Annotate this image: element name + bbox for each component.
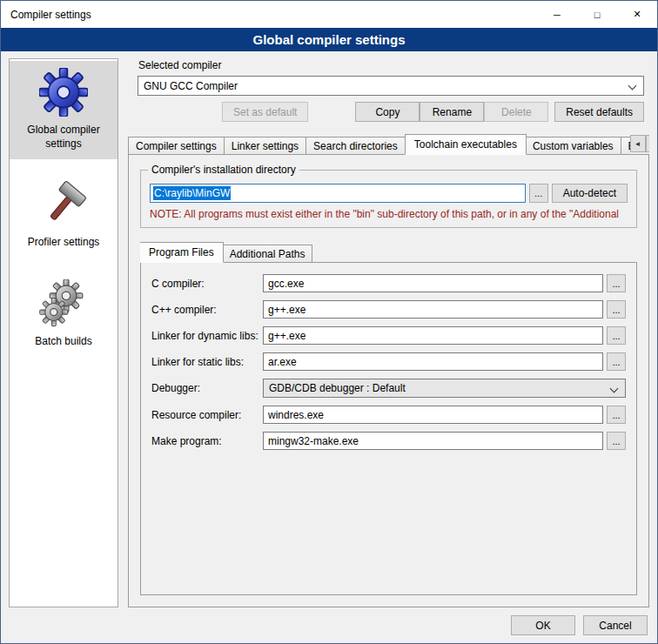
static-linker-label: Linker for static libs:	[151, 356, 263, 368]
debugger-row: Debugger: GDB/CDB debugger : Default	[151, 379, 626, 398]
ok-button[interactable]: OK	[511, 615, 575, 635]
subtab-program-files[interactable]: Program Files	[140, 242, 224, 263]
resource-compiler-row: Resource compiler: ...	[151, 406, 626, 424]
directory-note: NOTE: All programs must exist either in …	[150, 208, 628, 220]
tab-toolchain-executables[interactable]: Toolchain executables	[405, 134, 527, 155]
c-compiler-browse-button[interactable]: ...	[607, 274, 626, 292]
dynamic-linker-browse-button[interactable]: ...	[607, 326, 626, 345]
dialog-footer: OK Cancel	[1, 607, 657, 643]
tab-scroll-right-button[interactable]: ►	[646, 135, 649, 152]
maximize-icon[interactable]: □	[577, 1, 617, 28]
debugger-label: Debugger:	[151, 382, 263, 394]
dynamic-linker-label: Linker for dynamic libs:	[151, 330, 263, 342]
chevron-down-icon	[628, 82, 637, 91]
c-compiler-row: C compiler: ...	[151, 274, 626, 292]
sidebar-item-label: Profiler settings	[28, 236, 100, 250]
static-linker-browse-button[interactable]: ...	[607, 352, 626, 371]
resource-compiler-label: Resource compiler:	[151, 409, 263, 421]
reset-defaults-button[interactable]: Reset defaults	[554, 102, 644, 122]
resource-compiler-input[interactable]	[263, 406, 603, 424]
main-panel: Selected compiler GNU GCC Compiler Set a…	[128, 58, 649, 607]
minimize-icon[interactable]: ─	[537, 1, 577, 28]
cpp-compiler-label: C++ compiler:	[151, 304, 263, 316]
make-program-row: Make program: ...	[151, 432, 626, 450]
compiler-settings-dialog: Compiler settings ─ □ ✕ Global compiler …	[0, 0, 658, 644]
make-program-input[interactable]	[263, 432, 603, 450]
cpp-compiler-row: C++ compiler: ...	[151, 300, 626, 319]
sidebar-item-batch-builds[interactable]: Batch builds	[10, 272, 118, 358]
titlebar: Compiler settings ─ □ ✕	[1, 1, 657, 28]
make-program-browse-button[interactable]: ...	[607, 432, 626, 450]
copy-button[interactable]: Copy	[355, 102, 420, 122]
cancel-button[interactable]: Cancel	[583, 615, 648, 635]
tab-linker-settings[interactable]: Linker settings	[225, 137, 306, 155]
subtab-additional-paths[interactable]: Additional Paths	[223, 245, 313, 263]
window-controls: ─ □ ✕	[537, 1, 657, 28]
sidebar-item-global-compiler-settings[interactable]: Global compiler settings	[10, 61, 118, 159]
sidebar-item-profiler-settings[interactable]: Profiler settings	[10, 173, 118, 258]
selected-compiler-value: GNU GCC Compiler	[144, 80, 238, 92]
auto-detect-button[interactable]: Auto-detect	[552, 184, 628, 203]
static-linker-input[interactable]	[263, 352, 603, 371]
set-as-default-button[interactable]: Set as default	[222, 102, 308, 122]
program-files-panel: C compiler: ... C++ compiler: ... Linker…	[140, 262, 637, 595]
dynamic-linker-input[interactable]	[263, 326, 603, 345]
c-compiler-label: C compiler:	[151, 278, 263, 290]
blue-gear-icon	[39, 68, 88, 117]
cpp-compiler-input[interactable]	[263, 300, 603, 319]
window-title: Compiler settings	[1, 9, 91, 21]
gray-gears-icon	[38, 279, 89, 328]
make-program-label: Make program:	[151, 435, 263, 447]
selected-compiler-label: Selected compiler	[138, 59, 644, 71]
program-tabs: Program Files Additional Paths	[140, 242, 637, 263]
installation-directory-group: Compiler's installation directory C:\ray…	[140, 170, 637, 228]
rename-button[interactable]: Rename	[420, 102, 484, 122]
selected-compiler-section: Selected compiler GNU GCC Compiler Set a…	[128, 58, 649, 122]
close-icon[interactable]: ✕	[617, 1, 657, 28]
tab-compiler-settings[interactable]: Compiler settings	[128, 137, 225, 155]
delete-button[interactable]: Delete	[484, 102, 548, 122]
installation-directory-title: Compiler's installation directory	[148, 164, 299, 176]
page-title: Global compiler settings	[1, 28, 657, 51]
resource-compiler-browse-button[interactable]: ...	[607, 406, 626, 424]
static-linker-row: Linker for static libs: ...	[151, 352, 626, 371]
toolchain-executables-panel: Compiler's installation directory C:\ray…	[128, 154, 649, 607]
settings-tabs: Compiler settings Linker settings Search…	[128, 134, 649, 155]
chevron-down-icon	[610, 385, 619, 393]
dynamic-linker-row: Linker for dynamic libs: ...	[151, 326, 626, 345]
sidebar-item-label: Global compiler settings	[12, 124, 115, 151]
installation-directory-input[interactable]: C:\raylib\MinGW	[150, 184, 526, 203]
dialog-content: Global compiler settings Profiler settin…	[1, 51, 657, 607]
compiler-actions: Set as default Copy Rename Delete Reset …	[138, 102, 644, 122]
debugger-value: GDB/CDB debugger : Default	[269, 382, 406, 394]
tab-scroll-buttons: ◄ ►	[630, 135, 649, 152]
debugger-dropdown[interactable]: GDB/CDB debugger : Default	[263, 379, 626, 398]
tab-build-truncated[interactable]: Buil	[621, 137, 630, 155]
sidebar-item-label: Batch builds	[35, 335, 91, 349]
installation-directory-value: C:\raylib\MinGW	[153, 186, 231, 200]
tab-custom-variables[interactable]: Custom variables	[526, 137, 621, 155]
settings-sidebar: Global compiler settings Profiler settin…	[9, 58, 118, 607]
tab-search-directories[interactable]: Search directories	[306, 137, 406, 155]
cpp-compiler-browse-button[interactable]: ...	[607, 300, 626, 319]
selected-compiler-dropdown[interactable]: GNU GCC Compiler	[138, 76, 644, 96]
browse-directory-button[interactable]: ...	[529, 184, 548, 203]
c-compiler-input[interactable]	[263, 274, 603, 292]
hammer-icon	[40, 180, 87, 229]
installation-directory-row: C:\raylib\MinGW ... Auto-detect	[150, 184, 628, 203]
tab-scroll-left-button[interactable]: ◄	[630, 135, 646, 152]
